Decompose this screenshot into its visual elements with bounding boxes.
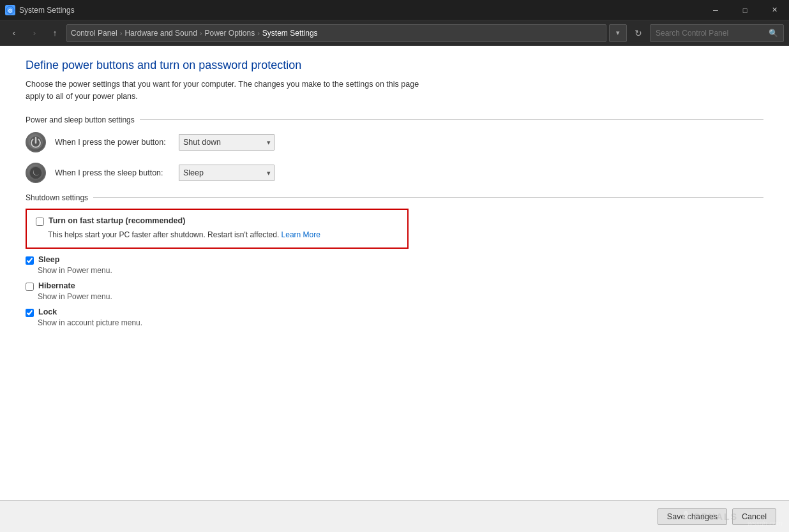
fast-startup-checkbox[interactable]	[36, 218, 44, 226]
hibernate-label[interactable]: Hibernate	[38, 281, 75, 290]
learn-more-link[interactable]: Learn More	[282, 230, 320, 239]
power-button-icon	[26, 132, 46, 152]
maximize-button[interactable]: □	[730, 0, 760, 20]
search-input[interactable]	[656, 29, 765, 38]
hibernate-checkbox[interactable]	[26, 283, 34, 291]
shutdown-section: Shutdown settings Turn on fast startup (…	[26, 193, 763, 328]
address-bar: ‹ › ↑ Control Panel › Hardware and Sound…	[0, 20, 789, 46]
sleep-sub-text: Show in Power menu.	[38, 266, 763, 275]
hibernate-row: Hibernate	[26, 281, 763, 291]
sleep-button-dropdown-wrapper: Sleep Hibernate Shut down Do nothing Tur…	[179, 165, 274, 181]
minimize-button[interactable]: ─	[701, 0, 730, 20]
forward-button[interactable]: ›	[26, 24, 43, 42]
fast-startup-row: Turn on fast startup (recommended)	[36, 216, 398, 226]
fast-startup-label[interactable]: Turn on fast startup (recommended)	[49, 216, 185, 225]
bottom-bar: Save changes Cancel	[0, 500, 789, 532]
lock-checkbox-group: Lock Show in account picture menu.	[26, 307, 763, 327]
up-button[interactable]: ↑	[46, 24, 64, 42]
lock-label[interactable]: Lock	[38, 307, 57, 316]
fast-startup-highlight-box: Turn on fast startup (recommended) This …	[26, 209, 409, 249]
sleep-button-dropdown[interactable]: Sleep Hibernate Shut down Do nothing Tur…	[179, 165, 274, 181]
power-button-label: When I press the power button:	[55, 138, 170, 147]
sleep-label[interactable]: Sleep	[38, 255, 59, 264]
lock-sub-text: Show in account picture menu.	[38, 318, 763, 327]
breadcrumb-systemsettings[interactable]: System Settings	[262, 29, 318, 38]
breadcrumb-dropdown-button[interactable]: ▾	[609, 24, 627, 42]
watermark-text: wsxdn.com	[748, 519, 783, 527]
breadcrumb: Control Panel › Hardware and Sound › Pow…	[66, 24, 606, 42]
window-title: System Settings	[19, 6, 701, 15]
sleep-button-row: When I press the sleep button: Sleep Hib…	[26, 163, 763, 183]
sleep-row: Sleep	[26, 255, 763, 265]
breadcrumb-poweroptions[interactable]: Power Options	[204, 29, 255, 38]
page-title: Define power buttons and turn on passwor…	[26, 59, 763, 72]
close-button[interactable]: ✕	[760, 0, 789, 20]
sleep-button-icon	[26, 163, 46, 183]
shutdown-section-header: Shutdown settings	[26, 193, 763, 202]
main-content: Define power buttons and turn on passwor…	[0, 46, 789, 500]
breadcrumb-controlpanel[interactable]: Control Panel	[71, 29, 117, 38]
lock-checkbox[interactable]	[26, 309, 34, 317]
lock-row: Lock	[26, 307, 763, 317]
sleep-checkbox-group: Sleep Show in Power menu.	[26, 255, 763, 275]
back-button[interactable]: ‹	[5, 24, 23, 42]
sleep-button-label: When I press the sleep button:	[55, 168, 170, 177]
window-controls: ─ □ ✕	[701, 0, 789, 20]
power-sleep-section-header: Power and sleep button settings	[26, 115, 763, 124]
app-icon: ⚙	[5, 5, 15, 15]
refresh-button[interactable]: ↻	[629, 24, 647, 42]
search-box: 🔍	[650, 24, 784, 42]
hibernate-sub-text: Show in Power menu.	[38, 292, 763, 301]
hibernate-checkbox-group: Hibernate Show in Power menu.	[26, 281, 763, 301]
fast-startup-description: This helps start your PC faster after sh…	[48, 230, 398, 240]
svg-text:⚙: ⚙	[8, 8, 13, 14]
search-icon: 🔍	[769, 29, 778, 38]
title-bar: ⚙ System Settings ─ □ ✕	[0, 0, 789, 20]
power-button-dropdown[interactable]: Shut down Sleep Hibernate Do nothing Tur…	[179, 134, 274, 151]
breadcrumb-hardwareandsound[interactable]: Hardware and Sound	[124, 29, 197, 38]
page-description: Choose the power settings that you want …	[26, 78, 421, 103]
sleep-checkbox[interactable]	[26, 256, 34, 265]
power-button-dropdown-wrapper: Shut down Sleep Hibernate Do nothing Tur…	[179, 134, 274, 151]
svg-point-3	[29, 166, 42, 179]
power-button-row: When I press the power button: Shut down…	[26, 132, 763, 152]
save-changes-button[interactable]: Save changes	[658, 508, 727, 525]
